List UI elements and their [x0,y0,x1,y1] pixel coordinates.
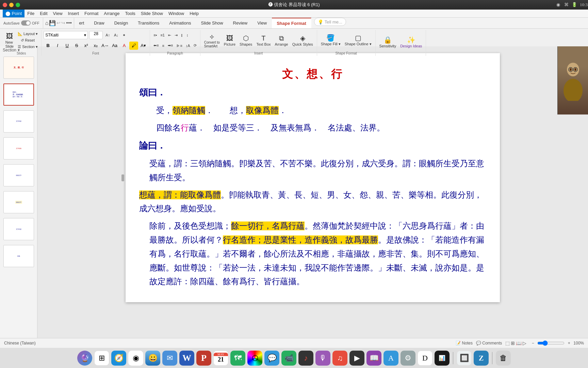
line-spacing-button[interactable]: ↕ [185,32,190,38]
dock-appstore[interactable]: A [383,351,398,366]
quick-styles-button[interactable]: ◈ Quick Styles [291,30,315,51]
slide-content[interactable]: 頌曰． 受，領納隨觸． 想，取像爲體． 四餘名行蘊． 如是受等三． 及無表無爲．… [139,85,486,289]
menu-arrange[interactable]: Arrange [101,10,122,17]
menu-slideshow[interactable]: Slide Show [138,10,166,17]
smartart-convert-button[interactable]: ⟳ [192,43,198,48]
bold-button[interactable]: B [44,42,52,50]
undo-icon[interactable]: ↩ [56,20,61,26]
indent-dec-button[interactable]: ⇤ [167,32,173,38]
tab-animations[interactable]: Animations [164,18,196,28]
tab-insert[interactable]: ert [74,18,89,28]
home-icon[interactable]: ⌂ [45,20,49,26]
menu-insert[interactable]: Insert [65,10,82,17]
tab-review[interactable]: Review [228,18,253,28]
slide-thumb-5[interactable]: 段落文字 [3,164,34,186]
picture-button[interactable]: 🖼 Picture [222,30,237,51]
tab-shape-format[interactable]: Shape Format [272,18,311,28]
underline-button[interactable]: U [63,42,71,50]
slide-thumb-6[interactable]: 段落文字 [3,191,34,213]
zoom-in-button[interactable]: + [566,340,572,346]
slideshow-button[interactable]: ▷ [523,340,526,346]
dock-trash[interactable]: 🗑 [496,351,511,366]
dock-garageband[interactable]: ♪ [298,351,313,366]
convert-smartart-button[interactable]: ⟡ Convert toSmartArt [202,30,222,51]
dock-desktop[interactable]: 🔲 [457,351,472,366]
tab-design[interactable]: Design [110,18,133,28]
tab-draw[interactable]: Draw [89,18,109,28]
decrease-font-button[interactable]: A↓ [113,32,120,38]
menu-edit[interactable]: Edit [37,10,50,17]
section-button[interactable]: ☰ Section ▾ [16,44,39,50]
arrange-button[interactable]: ⧉ Arrange [273,30,290,51]
new-slide-button[interactable]: 🖼 NewSlide [3,30,16,51]
save-icon[interactable]: 💾 [49,20,56,26]
dock-system-prefs[interactable]: ⚙ [401,351,415,366]
notes-button[interactable]: 📝 Notes [456,341,473,346]
shape-outline-button[interactable]: ▢ Shape Outline ▾ [343,30,373,51]
highlight-button[interactable]: 🖊 [129,42,138,50]
menu-point[interactable]: ⬤ Point [3,10,24,17]
dock-dictionary[interactable]: D [418,351,432,366]
dock-siri[interactable]: 🔮 [77,351,92,366]
dock-safari[interactable]: 🧭 [111,351,126,366]
close-button[interactable] [3,3,7,7]
font-color-button[interactable]: A [120,42,129,50]
dock-photos[interactable]: ⬡ [247,351,262,366]
more-icon[interactable]: ••• [66,20,72,26]
dock-music[interactable]: ♫ [332,351,347,366]
dock-calendar[interactable]: MAY 21 [213,351,228,366]
sensitivity-button[interactable]: 🔒 Sensitivity [378,30,398,55]
text-direction-button[interactable]: ↕A [184,43,192,48]
columns-button[interactable]: ⫿ [180,32,184,38]
textbox-button[interactable]: T Text Box [255,30,272,51]
slide-thumb-2[interactable]: 頌曰． 受，領納隨觸． 論曰．受蘊，謂... [3,83,34,106]
shape-fill-button[interactable]: 🪣 Shape Fill ▾ [319,30,342,51]
italic-button[interactable]: I [53,42,62,50]
tell-me-input[interactable]: 💡 Tell me... [314,18,346,26]
dock-finder[interactable]: 😀 [145,351,160,366]
menu-format[interactable]: Format [82,10,101,17]
superscript-button[interactable]: x² [82,42,91,50]
dock-powerpoint[interactable]: P [196,351,211,366]
align-center-button[interactable]: ≡ [161,43,166,48]
subscript-button[interactable]: x₂ [91,42,100,50]
shapes-button[interactable]: ⬡ Shapes [238,30,254,51]
reset-button[interactable]: ↺ Reset [16,37,39,43]
dock-books[interactable]: 📖 [366,351,381,366]
justify-button[interactable]: ⫸≡ [175,43,183,48]
slide-thumb-8[interactable]: 段落 [3,245,34,267]
slide-thumb-3[interactable]: 文字內容 [3,110,34,133]
menu-window[interactable]: Window [166,10,187,17]
normal-view-button[interactable]: ⬚ [505,340,510,346]
layout-button[interactable]: 📐 Layout ▾ [16,31,39,37]
text-color-button[interactable]: A▾ [139,42,148,50]
dock-word[interactable]: W [179,351,194,366]
dock-facetime[interactable]: 📹 [281,351,296,366]
clear-format-button[interactable]: ✦ [121,32,127,38]
maximize-button[interactable] [16,3,20,7]
strikethrough-button[interactable]: S [72,42,81,50]
main-area[interactable]: 文、想、行 頌曰． 受，領納隨觸． 想，取像爲體． 四餘名行蘊． 如是受等三． … [37,46,588,338]
increase-font-button[interactable]: A↑ [104,32,111,38]
tab-transitions[interactable]: Transitions [133,18,164,28]
slide-thumb-1[interactable]: 文、想、行 [3,57,34,79]
font-size-input[interactable]: 28 [89,31,103,39]
menu-view[interactable]: View [50,10,65,17]
tab-slideshow[interactable]: Slide Show [196,18,228,28]
comments-button[interactable]: 💬 Comments [476,341,502,346]
dock-launchpad[interactable]: ⊞ [94,351,109,366]
left-resize-handle[interactable] [121,174,124,181]
numbering-button[interactable]: ≡1 [159,32,166,38]
dock-istatmenus[interactable]: 📊 [435,351,450,366]
align-left-button[interactable]: ⬅≡ [152,43,160,48]
dock-maps[interactable]: 🗺 [230,351,245,366]
menu-tools[interactable]: Tools [122,10,138,17]
font-selector[interactable]: STKaiti ▾ [44,31,88,39]
zoom-out-button[interactable]: − [530,340,536,346]
dock-mail[interactable]: ✉ [162,351,177,366]
dock-podcast[interactable]: 🎙 [315,351,330,366]
character-spacing-button[interactable]: A↔ [101,42,110,50]
dock-appletv[interactable]: ▶ [349,351,364,366]
font-case-button[interactable]: Aa [110,42,119,50]
bullets-button[interactable]: ≡• [152,32,158,38]
